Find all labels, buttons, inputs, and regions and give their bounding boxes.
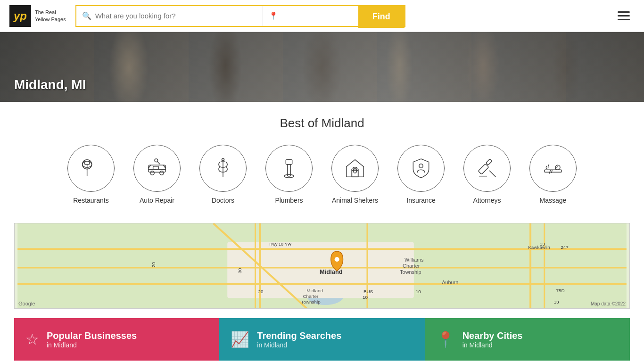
nearby-cities-card[interactable]: 📍 Nearby Cities in Midland bbox=[425, 318, 630, 361]
nearby-card-subtitle: in Midland bbox=[462, 341, 523, 349]
massage-icon bbox=[541, 156, 565, 180]
popular-businesses-card[interactable]: ☆ Popular Businesses in Midland bbox=[14, 318, 219, 361]
svg-rect-24 bbox=[352, 171, 358, 177]
restaurants-icon bbox=[79, 156, 103, 180]
svg-text:Charter: Charter bbox=[403, 263, 420, 269]
hero-city-name: Midland, MI bbox=[14, 77, 86, 92]
category-restaurants[interactable]: Restaurants bbox=[63, 145, 119, 204]
map-svg: Midland Williams Charter Township Auburn… bbox=[15, 223, 629, 308]
svg-point-68 bbox=[335, 257, 339, 262]
svg-point-13 bbox=[155, 159, 158, 162]
category-label-animal-shelters: Animal Shelters bbox=[332, 197, 378, 204]
category-circle-restaurants bbox=[67, 145, 115, 192]
svg-point-8 bbox=[150, 171, 154, 175]
category-plumbers[interactable]: Plumbers bbox=[261, 145, 317, 204]
trending-card-title: Trending Searches bbox=[257, 330, 341, 341]
category-circle-animal-shelters bbox=[331, 145, 379, 192]
svg-text:10: 10 bbox=[416, 289, 421, 294]
bottom-cards: ☆ Popular Businesses in Midland 📈 Trendi… bbox=[14, 318, 630, 361]
category-circle-auto-repair bbox=[133, 145, 181, 192]
svg-rect-35 bbox=[545, 170, 562, 172]
svg-text:Township: Township bbox=[301, 299, 321, 304]
svg-rect-31 bbox=[478, 164, 488, 174]
search-where-container: 📍 Glendale, CA bbox=[263, 6, 357, 26]
nearby-location-icon: 📍 bbox=[436, 330, 455, 348]
category-label-insurance: Insurance bbox=[406, 197, 435, 204]
category-label-massage: Massage bbox=[540, 197, 567, 204]
category-circle-attorneys bbox=[463, 145, 511, 192]
category-label-restaurants: Restaurants bbox=[73, 197, 108, 204]
trending-card-text: Trending Searches in Midland bbox=[257, 330, 341, 349]
category-animal-shelters[interactable]: Animal Shelters bbox=[327, 145, 383, 204]
find-button[interactable]: Find bbox=[358, 6, 405, 28]
attorneys-icon bbox=[475, 156, 499, 180]
doctors-icon bbox=[211, 156, 235, 180]
category-doctors[interactable]: Doctors bbox=[195, 145, 251, 204]
svg-text:Township: Township bbox=[400, 269, 421, 275]
header: yp The Real Yellow Pages 🔍 📍 Glendale, C… bbox=[0, 0, 644, 32]
svg-text:Midland: Midland bbox=[306, 288, 323, 293]
svg-text:20: 20 bbox=[258, 289, 264, 294]
svg-text:Kawkawlin: Kawkawlin bbox=[528, 245, 550, 250]
category-insurance[interactable]: Insurance bbox=[393, 145, 449, 204]
search-icon: 🔍 bbox=[82, 11, 91, 20]
insurance-icon bbox=[409, 156, 433, 180]
plumbers-icon bbox=[277, 156, 301, 180]
best-of-section: Best of Midland Restaurants bbox=[0, 102, 644, 214]
category-massage[interactable]: Massage bbox=[525, 145, 581, 204]
svg-text:13: 13 bbox=[540, 241, 545, 247]
category-circle-insurance bbox=[397, 145, 445, 192]
svg-text:BUS: BUS bbox=[363, 289, 373, 294]
svg-text:Williams: Williams bbox=[405, 257, 424, 263]
best-of-title: Best of Midland bbox=[9, 116, 635, 131]
popular-card-text: Popular Businesses in Midland bbox=[47, 330, 137, 349]
auto-repair-icon bbox=[145, 156, 169, 180]
logo-text: The Real Yellow Pages bbox=[35, 9, 66, 23]
categories-row: Restaurants Auto Repair bbox=[9, 145, 635, 204]
svg-text:Hwy 10 NW: Hwy 10 NW bbox=[269, 242, 292, 247]
svg-point-9 bbox=[160, 171, 164, 175]
location-input[interactable]: Glendale, CA bbox=[282, 12, 352, 20]
svg-line-33 bbox=[489, 171, 495, 177]
search-bar: 🔍 📍 Glendale, CA Find bbox=[75, 5, 405, 27]
svg-rect-17 bbox=[286, 160, 292, 165]
hero-banner: Midland, MI bbox=[0, 32, 644, 102]
hamburger-line-1 bbox=[618, 11, 630, 13]
svg-text:20: 20 bbox=[151, 262, 156, 267]
yp-letters: yp bbox=[14, 9, 27, 23]
map-inner: Midland Williams Charter Township Auburn… bbox=[15, 223, 629, 308]
category-label-attorneys: Attorneys bbox=[473, 197, 501, 204]
category-auto-repair[interactable]: Auto Repair bbox=[129, 145, 185, 204]
search-input[interactable] bbox=[95, 12, 257, 20]
category-attorneys[interactable]: Attorneys bbox=[459, 145, 515, 204]
nearby-card-text: Nearby Cities in Midland bbox=[462, 330, 523, 349]
category-circle-massage bbox=[529, 145, 577, 192]
animal-shelters-icon bbox=[343, 156, 367, 180]
popular-card-title: Popular Businesses bbox=[47, 330, 137, 341]
category-circle-plumbers bbox=[265, 145, 313, 192]
svg-point-29 bbox=[355, 167, 357, 169]
svg-text:75D: 75D bbox=[556, 288, 564, 293]
svg-marker-21 bbox=[347, 160, 364, 177]
trending-icon: 📈 bbox=[231, 330, 249, 348]
svg-point-30 bbox=[419, 164, 423, 168]
hero-overlay bbox=[0, 32, 644, 102]
category-label-plumbers: Plumbers bbox=[275, 197, 303, 204]
svg-text:10: 10 bbox=[363, 295, 368, 300]
svg-text:Charter: Charter bbox=[303, 294, 319, 299]
hamburger-menu[interactable] bbox=[613, 7, 635, 25]
search-what-container: 🔍 bbox=[76, 6, 263, 26]
trending-card-subtitle: in Midland bbox=[257, 341, 341, 349]
category-circle-doctors bbox=[199, 145, 247, 192]
trending-searches-card[interactable]: 📈 Trending Searches in Midland bbox=[219, 318, 424, 361]
map-section: Midland Williams Charter Township Auburn… bbox=[14, 223, 630, 309]
svg-text:30: 30 bbox=[237, 268, 242, 273]
category-label-auto-repair: Auto Repair bbox=[140, 197, 174, 204]
svg-text:Auburn: Auburn bbox=[442, 280, 458, 285]
logo[interactable]: yp The Real Yellow Pages bbox=[9, 5, 66, 27]
star-icon: ☆ bbox=[25, 330, 39, 348]
map-copyright: Map data ©2022 bbox=[591, 301, 626, 306]
svg-point-28 bbox=[353, 167, 355, 169]
logo-box: yp bbox=[9, 5, 31, 27]
nearby-card-title: Nearby Cities bbox=[462, 330, 523, 341]
